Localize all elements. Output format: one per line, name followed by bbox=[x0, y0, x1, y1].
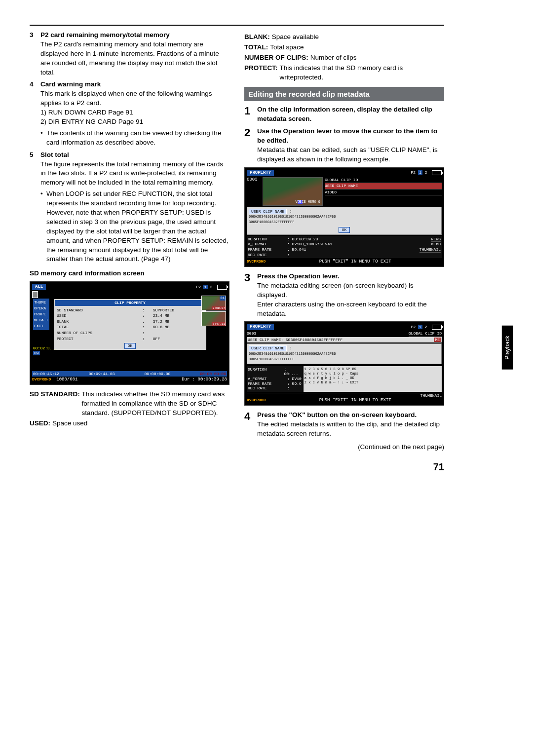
item4-body: This mark is displayed when one of the f… bbox=[40, 90, 212, 107]
battery-icon bbox=[432, 170, 442, 175]
step-4: 4 Press the "OK" button on the on-screen… bbox=[244, 411, 444, 439]
ss-p2-label: P2 bbox=[196, 285, 201, 289]
ok-button[interactable]: OK bbox=[339, 227, 350, 233]
battery-icon bbox=[217, 285, 227, 290]
top-defs: BLANK: Space available TOTAL: Total spac… bbox=[244, 33, 444, 82]
step-1: 1 On the clip information screen, displa… bbox=[244, 105, 444, 124]
continued-note: (Continued on the next page) bbox=[244, 443, 444, 452]
col-left: 3 P2 card remaining memory/total memory … bbox=[30, 31, 229, 452]
ok-button[interactable]: OK bbox=[124, 343, 136, 349]
item4-bullet: • The contents of the warning can be vie… bbox=[30, 129, 229, 148]
sd-screenshot: ALL P2 1 2 THUME OPERA PROPE META I EXIT… bbox=[30, 281, 229, 385]
step-2: 2 Use the Operation lever to move the cu… bbox=[244, 127, 444, 164]
columns: 3 P2 card remaining memory/total memory … bbox=[30, 31, 444, 452]
item3-num: 3 bbox=[30, 31, 40, 77]
item4-line2: 2) DIR ENTRY NG CARD Page 91 bbox=[40, 118, 143, 125]
item5-bullet: • When LOOP is set under REC FUNCTION, t… bbox=[30, 189, 229, 264]
ss-all: ALL bbox=[32, 284, 46, 290]
step-3: 3 Press the Operation lever. The metadat… bbox=[244, 272, 444, 318]
property-screenshot-2: PROPERTY P2 1 2 0003 GLOBAL CLIP ID USER… bbox=[244, 321, 444, 406]
item4-num: 4 bbox=[30, 80, 40, 126]
property-screenshot-1: PROPERTY P2 1 2 0003 MVOICE MEMO 0 GLOBA… bbox=[244, 167, 444, 267]
sd-defs: SD STANDARD: This indicates whether the … bbox=[30, 390, 229, 428]
sd-heading: SD memory card information screen bbox=[30, 269, 229, 278]
rule-top bbox=[30, 25, 444, 26]
item3-body: The P2 card's remaining memory and total… bbox=[40, 40, 219, 76]
item4-title: Card warning mark bbox=[40, 80, 101, 88]
item-5: 5 Slot total The figure represents the t… bbox=[30, 151, 229, 188]
item-4: 4 Card warning mark This mark is display… bbox=[30, 80, 229, 126]
card-icon bbox=[32, 291, 38, 298]
col-right: BLANK: Space available TOTAL: Total spac… bbox=[244, 31, 444, 452]
item4-line1: 1) RUN DOWN CARD Page 91 bbox=[40, 109, 133, 116]
section-heading: Editing the recorded clip metadata bbox=[244, 87, 444, 101]
item5-body: The figure represents the total remainin… bbox=[40, 160, 223, 187]
item3-title: P2 card remaining memory/total memory bbox=[40, 31, 170, 38]
item5-title: Slot total bbox=[40, 151, 69, 158]
on-screen-keyboard[interactable]: 1 2 3 4 5 6 7 8 9 0 SP BS q w e r t y u … bbox=[304, 366, 442, 392]
ss-thumbs: 042:08.07 6:47.11 bbox=[201, 296, 226, 326]
item5-bullet-text: When LOOP is set under REC FUNCTION, the… bbox=[46, 189, 229, 264]
battery-icon bbox=[432, 325, 442, 330]
item5-num: 5 bbox=[30, 151, 40, 188]
item-3: 3 P2 card remaining memory/total memory … bbox=[30, 31, 229, 77]
item4-bullet-text: The contents of the warning can be viewe… bbox=[46, 129, 229, 148]
ss-panel: CLIP PROPERTY SD STANDARD:SUPPORTED USED… bbox=[54, 299, 206, 350]
ss-side-menu: THUME OPERA PROPE META I EXIT bbox=[33, 299, 49, 330]
page-number: 71 bbox=[30, 460, 444, 474]
